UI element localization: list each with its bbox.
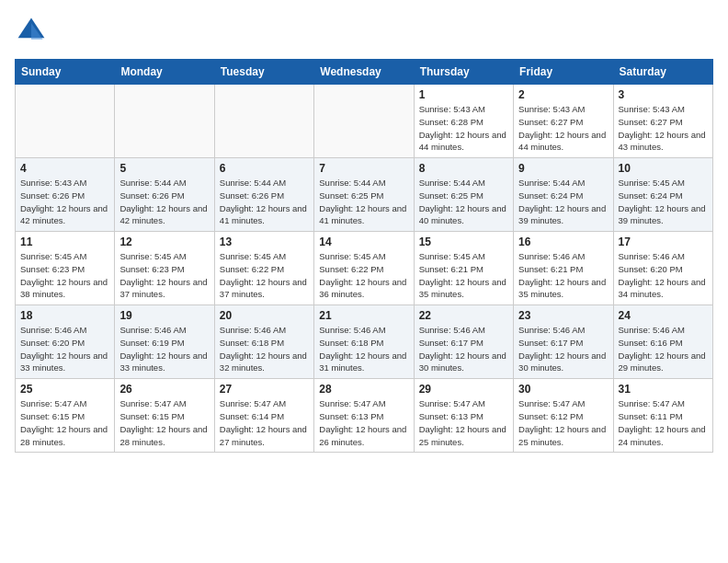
day-info: Sunrise: 5:46 AMSunset: 6:17 PMDaylight:… [518,324,608,374]
day-info: Sunrise: 5:45 AMSunset: 6:23 PMDaylight:… [119,250,209,301]
calendar-cell: 25Sunrise: 5:47 AMSunset: 6:15 PMDayligh… [16,379,115,453]
calendar-week-row: 1Sunrise: 5:43 AMSunset: 6:28 PMDaylight… [16,85,713,158]
day-number: 2 [518,88,608,101]
weekday-header-sunday: Sunday [16,60,115,85]
calendar-cell: 14Sunrise: 5:45 AMSunset: 6:22 PMDayligh… [314,232,414,305]
day-number: 22 [419,309,508,322]
day-info: Sunrise: 5:46 AMSunset: 6:21 PMDaylight:… [518,250,608,301]
calendar-cell: 11Sunrise: 5:45 AMSunset: 6:23 PMDayligh… [16,232,115,305]
day-number: 8 [419,162,508,175]
day-info: Sunrise: 5:44 AMSunset: 6:26 PMDaylight:… [220,177,309,227]
day-number: 31 [619,383,708,396]
calendar-cell [16,85,115,158]
calendar-cell: 29Sunrise: 5:47 AMSunset: 6:13 PMDayligh… [414,379,513,453]
calendar-cell: 1Sunrise: 5:43 AMSunset: 6:28 PMDaylight… [414,85,513,158]
day-info: Sunrise: 5:46 AMSunset: 6:19 PMDaylight:… [119,324,209,374]
day-info: Sunrise: 5:44 AMSunset: 6:25 PMDaylight:… [419,177,508,227]
day-info: Sunrise: 5:45 AMSunset: 6:24 PMDaylight:… [619,177,708,227]
day-number: 18 [20,309,109,322]
day-info: Sunrise: 5:43 AMSunset: 6:27 PMDaylight:… [619,103,708,154]
day-number: 30 [518,383,608,396]
day-info: Sunrise: 5:47 AMSunset: 6:12 PMDaylight:… [518,397,608,448]
day-info: Sunrise: 5:47 AMSunset: 6:13 PMDaylight:… [319,397,408,448]
logo [15,15,51,48]
calendar-week-row: 11Sunrise: 5:45 AMSunset: 6:23 PMDayligh… [16,232,713,305]
calendar-cell: 26Sunrise: 5:47 AMSunset: 6:15 PMDayligh… [115,379,214,453]
calendar-week-row: 18Sunrise: 5:46 AMSunset: 6:20 PMDayligh… [16,305,713,379]
calendar-cell: 8Sunrise: 5:44 AMSunset: 6:25 PMDaylight… [414,158,513,232]
day-info: Sunrise: 5:44 AMSunset: 6:25 PMDaylight:… [319,177,408,227]
logo-icon [15,15,48,48]
day-info: Sunrise: 5:47 AMSunset: 6:11 PMDaylight:… [619,397,708,448]
calendar-cell: 13Sunrise: 5:45 AMSunset: 6:22 PMDayligh… [214,232,313,305]
day-info: Sunrise: 5:47 AMSunset: 6:15 PMDaylight:… [119,397,209,448]
day-number: 12 [119,236,209,248]
calendar-cell: 6Sunrise: 5:44 AMSunset: 6:26 PMDaylight… [214,158,313,232]
day-info: Sunrise: 5:46 AMSunset: 6:18 PMDaylight:… [220,324,309,374]
day-number: 11 [20,236,109,248]
day-info: Sunrise: 5:45 AMSunset: 6:22 PMDaylight:… [319,250,408,301]
day-number: 28 [319,383,408,396]
day-number: 6 [220,162,309,175]
day-number: 20 [220,309,309,322]
day-info: Sunrise: 5:44 AMSunset: 6:26 PMDaylight:… [119,177,209,227]
calendar-cell: 18Sunrise: 5:46 AMSunset: 6:20 PMDayligh… [16,305,115,379]
day-number: 1 [419,88,508,101]
calendar-cell: 2Sunrise: 5:43 AMSunset: 6:27 PMDaylight… [514,85,613,158]
day-number: 9 [518,162,608,175]
day-number: 13 [220,236,309,248]
calendar-cell: 12Sunrise: 5:45 AMSunset: 6:23 PMDayligh… [115,232,214,305]
calendar-cell [115,85,214,158]
day-number: 7 [319,162,408,175]
calendar-cell: 31Sunrise: 5:47 AMSunset: 6:11 PMDayligh… [613,379,712,453]
day-number: 24 [619,309,708,322]
day-info: Sunrise: 5:46 AMSunset: 6:20 PMDaylight:… [20,324,109,374]
day-info: Sunrise: 5:43 AMSunset: 6:27 PMDaylight:… [518,103,608,154]
day-number: 17 [619,236,708,248]
calendar-cell [214,85,313,158]
day-info: Sunrise: 5:43 AMSunset: 6:26 PMDaylight:… [20,177,109,227]
calendar-cell [314,85,414,158]
weekday-header-friday: Friday [514,60,613,85]
calendar-cell: 5Sunrise: 5:44 AMSunset: 6:26 PMDaylight… [115,158,214,232]
day-info: Sunrise: 5:47 AMSunset: 6:14 PMDaylight:… [220,397,309,448]
calendar-cell: 9Sunrise: 5:44 AMSunset: 6:24 PMDaylight… [514,158,613,232]
day-info: Sunrise: 5:45 AMSunset: 6:22 PMDaylight:… [220,250,309,301]
day-number: 23 [518,309,608,322]
calendar-week-row: 4Sunrise: 5:43 AMSunset: 6:26 PMDaylight… [16,158,713,232]
day-number: 25 [20,383,109,396]
day-number: 16 [518,236,608,248]
day-info: Sunrise: 5:46 AMSunset: 6:20 PMDaylight:… [619,250,708,301]
weekday-header-row: SundayMondayTuesdayWednesdayThursdayFrid… [16,60,713,85]
day-info: Sunrise: 5:47 AMSunset: 6:15 PMDaylight:… [20,397,109,448]
calendar-cell: 23Sunrise: 5:46 AMSunset: 6:17 PMDayligh… [514,305,613,379]
calendar-cell: 16Sunrise: 5:46 AMSunset: 6:21 PMDayligh… [514,232,613,305]
calendar-cell: 17Sunrise: 5:46 AMSunset: 6:20 PMDayligh… [613,232,712,305]
day-info: Sunrise: 5:46 AMSunset: 6:16 PMDaylight:… [619,324,708,374]
svg-marker-1 [31,23,43,40]
calendar-cell: 19Sunrise: 5:46 AMSunset: 6:19 PMDayligh… [115,305,214,379]
day-number: 26 [119,383,209,396]
calendar-cell: 21Sunrise: 5:46 AMSunset: 6:18 PMDayligh… [314,305,414,379]
calendar-cell: 10Sunrise: 5:45 AMSunset: 6:24 PMDayligh… [613,158,712,232]
day-number: 27 [220,383,309,396]
day-info: Sunrise: 5:47 AMSunset: 6:13 PMDaylight:… [419,397,508,448]
calendar-cell: 3Sunrise: 5:43 AMSunset: 6:27 PMDaylight… [613,85,712,158]
day-number: 21 [319,309,408,322]
day-number: 5 [119,162,209,175]
calendar-week-row: 25Sunrise: 5:47 AMSunset: 6:15 PMDayligh… [16,379,713,453]
weekday-header-monday: Monday [115,60,214,85]
day-number: 14 [319,236,408,248]
day-info: Sunrise: 5:44 AMSunset: 6:24 PMDaylight:… [518,177,608,227]
weekday-header-saturday: Saturday [613,60,712,85]
day-number: 3 [619,88,708,101]
page-header [15,15,713,48]
calendar-cell: 20Sunrise: 5:46 AMSunset: 6:18 PMDayligh… [214,305,313,379]
calendar-cell: 28Sunrise: 5:47 AMSunset: 6:13 PMDayligh… [314,379,414,453]
calendar-cell: 30Sunrise: 5:47 AMSunset: 6:12 PMDayligh… [514,379,613,453]
day-number: 15 [419,236,508,248]
weekday-header-tuesday: Tuesday [214,60,313,85]
day-number: 4 [20,162,109,175]
day-number: 19 [119,309,209,322]
calendar-cell: 27Sunrise: 5:47 AMSunset: 6:14 PMDayligh… [214,379,313,453]
